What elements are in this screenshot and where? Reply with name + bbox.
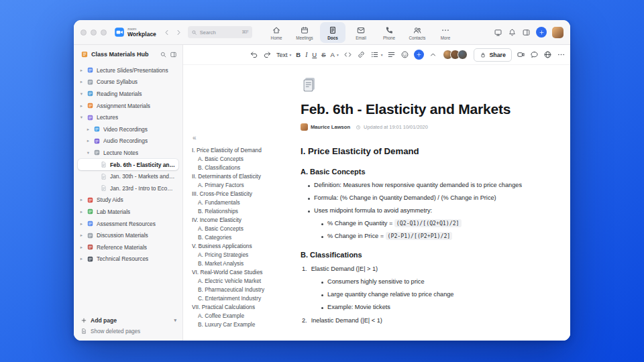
tab-docs[interactable]: Docs <box>320 22 345 43</box>
outline-item[interactable]: B. Categories <box>192 233 294 242</box>
minimize-window-button[interactable] <box>91 29 97 36</box>
outline-item[interactable]: IV. Income Elasticity <box>192 216 294 225</box>
sidebar-item-discussion-materials[interactable]: ▸Discussion Materials <box>78 229 178 241</box>
outline-item[interactable]: A. Basic Concepts <box>192 225 294 233</box>
sidebar-item-lecture-slides-presentations[interactable]: ▸Lecture Slides/Presentations <box>78 64 178 76</box>
outline-item[interactable]: A. Electric Vehicle Market <box>192 277 294 286</box>
section-heading[interactable]: A. Basic Concepts <box>301 168 532 176</box>
outline-item[interactable]: VII. Practical Calculations <box>192 303 294 312</box>
code-button[interactable] <box>343 50 352 59</box>
sidebar-item-lab-materials[interactable]: ▸Lab Materials <box>78 206 178 218</box>
bullet-item[interactable]: Uses midpoint formula to avoid asymmetry… <box>301 207 532 214</box>
redo-button[interactable] <box>263 50 272 59</box>
document-title[interactable]: Feb. 6th - Elasticity and Markets <box>301 101 532 117</box>
outline-item[interactable]: III. Cross-Price Elasticity <box>192 190 294 198</box>
share-button[interactable]: Share <box>474 48 511 62</box>
outline-item[interactable]: A. Pricing Strategies <box>192 251 294 259</box>
close-window-button[interactable] <box>80 29 87 36</box>
sidebar-item-reference-materials[interactable]: ▸Reference Materials <box>78 241 178 253</box>
collapse-outline-icon[interactable]: « <box>193 135 294 141</box>
undo-button[interactable] <box>250 50 258 59</box>
chevron-right-icon[interactable]: ▸ <box>86 127 91 132</box>
comments-button[interactable] <box>530 50 539 59</box>
chevron-right-icon[interactable]: ▸ <box>79 221 84 227</box>
sidebar-item-reading-materials[interactable]: ▾Reading Materials <box>78 88 178 100</box>
search-input[interactable]: Search ⌘F <box>188 26 252 38</box>
bullet-item[interactable]: % Change in Price = (P2-P1)/[(P2+P1)/2] <box>301 233 532 239</box>
chevron-right-icon[interactable]: ▸ <box>79 68 84 73</box>
outline-item[interactable]: B. Market Analysis <box>192 259 294 268</box>
outline-item[interactable]: B. Classifications <box>192 164 294 172</box>
outline-item[interactable]: A. Coffee Example <box>192 312 294 320</box>
notifications-icon[interactable] <box>508 28 517 37</box>
italic-button[interactable]: I <box>305 52 307 58</box>
tab-email[interactable]: Email <box>348 22 374 43</box>
emoji-button[interactable] <box>400 50 409 59</box>
bold-button[interactable]: B <box>296 51 301 58</box>
panel-toggle-icon[interactable] <box>522 28 531 37</box>
chevron-right-icon[interactable]: ▸ <box>79 197 84 202</box>
add-page-button[interactable]: Add page ▾ <box>80 317 176 324</box>
bullet-item[interactable]: Definition: Measures how responsive quan… <box>301 182 532 188</box>
add-page-chevron-icon[interactable]: ▾ <box>174 318 176 323</box>
sidebar-item-audio-recordings[interactable]: ▸Audio Recordings <box>78 135 178 147</box>
user-avatar[interactable] <box>552 27 564 38</box>
insert-button[interactable] <box>414 50 424 60</box>
section-heading[interactable]: B. Classifications <box>301 251 532 259</box>
forward-button[interactable] <box>175 29 182 36</box>
chevron-right-icon[interactable]: ▸ <box>86 138 91 143</box>
sidebar-page-feb-6th-elasticity-and-m[interactable]: Feb. 6th - Elasticity and M... <box>78 159 178 171</box>
sidebar-item-video-recordings[interactable]: ▸Video Recordings <box>78 123 178 135</box>
numbered-item[interactable]: 1.Elastic Demand (|E| > 1) <box>301 265 532 272</box>
present-icon[interactable] <box>494 28 502 37</box>
sidebar-item-assessment-resources[interactable]: ▸Assessment Resources <box>78 218 178 230</box>
translate-button[interactable] <box>543 50 552 59</box>
tab-phone[interactable]: Phone <box>376 22 402 43</box>
numbered-item[interactable]: 2.Inelastic Demand (|E| < 1) <box>301 317 532 324</box>
chevron-down-icon[interactable]: ▾ <box>86 150 91 156</box>
bullet-item[interactable]: Example: Movie tickets <box>301 304 532 310</box>
sidebar-item-lecture-notes[interactable]: ▾Lecture Notes <box>78 147 178 159</box>
chevron-right-icon[interactable]: ▸ <box>79 103 84 109</box>
new-item-button[interactable] <box>536 27 547 38</box>
tab-home[interactable]: Home <box>264 22 289 43</box>
outline-item[interactable]: A. Fundamentals <box>192 198 294 207</box>
bullet-item[interactable]: Large quantity change relative to price … <box>301 291 532 298</box>
underline-button[interactable]: U <box>312 51 317 58</box>
back-button[interactable] <box>163 29 170 36</box>
tab-more[interactable]: More <box>433 22 458 43</box>
sidebar-item-course-syllabus[interactable]: ▸Course Syllabus <box>78 76 178 88</box>
strikethrough-button[interactable]: S <box>321 51 325 58</box>
sidebar-item-study-aids[interactable]: ▸Study Aids <box>78 194 178 206</box>
chevron-right-icon[interactable]: ▸ <box>79 256 84 261</box>
chevron-down-icon[interactable]: ▾ <box>79 91 84 97</box>
bullet-item[interactable]: Formula: (% Change in Quantity Demanded)… <box>301 194 532 201</box>
outline-item[interactable]: A. Basic Concepts <box>192 155 294 164</box>
outline-item[interactable]: A. Primary Factors <box>192 181 294 190</box>
outline-item[interactable]: II. Determinants of Elasticity <box>192 172 294 181</box>
text-style-button[interactable]: Text▾ <box>276 52 291 58</box>
collaborator-avatar[interactable] <box>458 50 468 60</box>
tab-meetings[interactable]: Meetings <box>292 22 317 43</box>
outline-item[interactable]: C. Entertainment Industry <box>192 294 294 303</box>
sidebar-page-jan-23rd-intro-to-econo[interactable]: Jan. 23rd - Intro to Econo... <box>78 182 178 194</box>
document-icon[interactable] <box>301 76 318 93</box>
video-button[interactable] <box>517 50 525 59</box>
outline-item[interactable]: B. Pharmaceutical Industry <box>192 286 294 294</box>
outline-item[interactable]: V. Business Applications <box>192 242 294 251</box>
chevron-right-icon[interactable]: ▸ <box>79 245 84 250</box>
sidebar-item-lectures[interactable]: ▾Lectures <box>78 111 178 123</box>
outline-item[interactable]: I. Price Elasticity of Demand <box>192 146 294 155</box>
sidebar-item-assignment-materials[interactable]: ▸Assignment Materials <box>78 100 178 112</box>
bullet-list-button[interactable]: ▾ <box>370 50 383 59</box>
collapse-toolbar-button[interactable] <box>429 50 437 59</box>
text-color-button[interactable]: A▾ <box>331 51 339 58</box>
chevron-right-icon[interactable]: ▸ <box>79 209 84 215</box>
sidebar-page-jan-30th-markets-and-p[interactable]: Jan. 30th - Markets and P... <box>78 170 178 182</box>
sidebar-search-icon[interactable] <box>160 51 167 58</box>
outline-item[interactable]: VI. Real-World Case Studies <box>192 268 294 277</box>
outline-item[interactable]: B. Luxury Car Example <box>192 320 294 329</box>
tab-contacts[interactable]: Contacts <box>405 22 430 43</box>
chevron-right-icon[interactable]: ▸ <box>79 233 84 238</box>
sidebar-item-technical-resources[interactable]: ▸Technical Resources <box>78 253 178 265</box>
